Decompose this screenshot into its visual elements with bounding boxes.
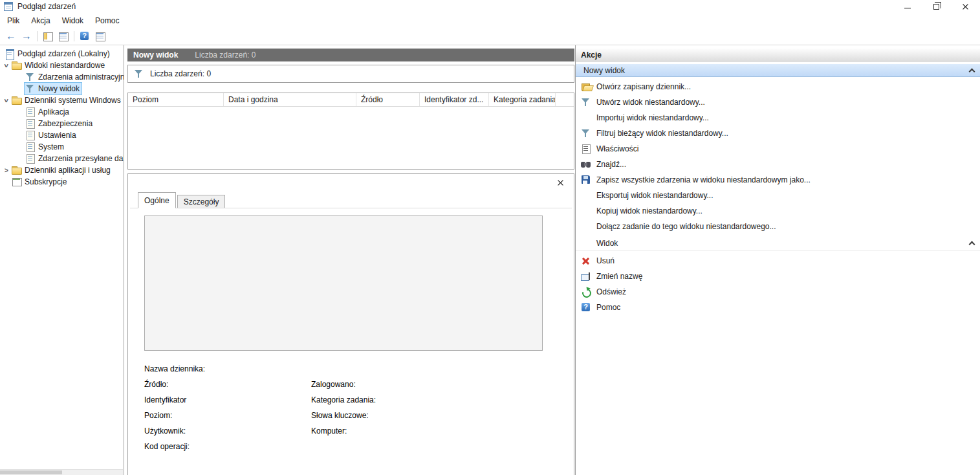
- tree-item-content[interactable]: Ustawienia: [25, 129, 78, 141]
- tree-item-content[interactable]: Widoki niestandardowe: [11, 60, 107, 71]
- preview-tab[interactable]: Ogólne: [138, 192, 176, 208]
- console-tree-icon: [43, 31, 53, 41]
- column-header[interactable]: Kategoria zadania: [489, 93, 556, 106]
- tree-item[interactable]: Zdarzenia administracyjne: [0, 71, 124, 83]
- results-header: Nowy widok Liczba zdarzeń: 0: [127, 49, 574, 61]
- action-group-header-nowy-widok[interactable]: Nowy widok: [576, 64, 980, 77]
- action-item-label: Usuń: [596, 256, 615, 265]
- field-label: Źródło:: [144, 377, 311, 392]
- action-item[interactable]: Zmień nazwę: [576, 269, 980, 284]
- action-item[interactable]: Właściwości: [576, 141, 980, 157]
- scrollbar-thumb[interactable]: [0, 470, 62, 474]
- tree-item-content[interactable]: Podgląd zdarzeń (Lokalny): [4, 48, 112, 60]
- action-item-label: Odśwież: [596, 287, 626, 296]
- action-item[interactable]: Odśwież: [576, 284, 980, 300]
- tree-item[interactable]: Zdarzenia przesyłane dale: [0, 153, 124, 164]
- tree-item-label: Zabezpieczenia: [38, 119, 93, 128]
- column-header[interactable]: Identyfikator zd...: [420, 93, 489, 106]
- toolbar-button[interactable]: [40, 29, 56, 43]
- expander-icon[interactable]: [2, 60, 11, 71]
- menu-item[interactable]: Plik: [1, 14, 25, 28]
- action-item[interactable]: Eksportuj widok niestandardowy...: [576, 188, 980, 203]
- tree-item[interactable]: Widoki niestandardowe: [0, 60, 124, 71]
- toolbar-button[interactable]: [3, 29, 19, 43]
- folder-icon: [12, 95, 22, 105]
- preview-close-button[interactable]: [555, 177, 565, 188]
- tree-item-label: Subskrypcje: [25, 177, 67, 186]
- minimize-button[interactable]: [893, 0, 922, 13]
- close-button[interactable]: [951, 0, 980, 13]
- expander-icon[interactable]: [2, 177, 11, 187]
- field-label: Kategoria zadania:: [311, 392, 518, 408]
- action-item[interactable]: Utwórz widok niestandardowy...: [576, 94, 980, 110]
- column-header[interactable]: Poziom: [128, 93, 224, 106]
- action-item[interactable]: Usuń: [576, 253, 980, 269]
- toolbar-button[interactable]: [56, 29, 71, 43]
- toolbar-button[interactable]: [77, 29, 93, 43]
- tree-item-content[interactable]: Nowy widok: [25, 83, 82, 94]
- column-header[interactable]: Data i godzina: [224, 93, 356, 106]
- tree-item-content[interactable]: Aplikacja: [25, 106, 71, 118]
- preview-pane: OgólneSzczegóły Nazwa dziennika: Źródło:…: [127, 173, 574, 475]
- sep-icon: [37, 31, 38, 41]
- tree-item[interactable]: Podgląd zdarzeń (Lokalny): [0, 48, 124, 60]
- restore-icon: [933, 4, 939, 10]
- action-item[interactable]: Importuj widok niestandardowy...: [576, 110, 980, 126]
- expander-icon[interactable]: [2, 165, 11, 175]
- save-icon: [581, 175, 591, 185]
- tree-item-content[interactable]: System: [25, 141, 66, 153]
- tree-item[interactable]: Nowy widok: [0, 83, 124, 94]
- action-item[interactable]: Pomoc: [576, 300, 980, 315]
- collapse-chevron-icon[interactable]: [969, 241, 975, 247]
- arrow-back-icon: [6, 31, 16, 41]
- tree-item[interactable]: Zabezpieczenia: [0, 118, 124, 129]
- maximize-button[interactable]: [922, 0, 951, 13]
- tree-horizontal-scrollbar[interactable]: [0, 469, 123, 475]
- binoculars-icon: [581, 159, 591, 170]
- tree-item-content[interactable]: Zdarzenia administracyjne: [25, 71, 124, 83]
- tree-item[interactable]: System: [0, 141, 124, 153]
- menu-item[interactable]: Pomoc: [89, 14, 125, 28]
- tree-item-content[interactable]: Zabezpieczenia: [25, 118, 94, 129]
- action-item[interactable]: Znajdź...: [576, 157, 980, 172]
- action-item[interactable]: Kopiuj widok niestandardowy...: [576, 203, 980, 219]
- column-header[interactable]: Źródło: [356, 93, 420, 106]
- toolbar-button[interactable]: [93, 29, 108, 43]
- action-group-header-widok[interactable]: Widok: [576, 236, 980, 251]
- rename-icon: [581, 271, 591, 282]
- action-item[interactable]: Otwórz zapisany dziennik...: [576, 79, 980, 94]
- action-item[interactable]: Dołącz zadanie do tego widoku niestandar…: [576, 219, 980, 234]
- expander-icon[interactable]: [2, 95, 11, 105]
- table-icon: [12, 177, 22, 187]
- tree-item-content[interactable]: Subskrypcje: [11, 176, 69, 188]
- help-icon: [80, 31, 90, 41]
- tree-item-label: Nowy widok: [38, 84, 80, 93]
- blank-icon: [581, 206, 591, 216]
- event-fields: Nazwa dziennika: Źródło: Zalogowano: Ide…: [144, 361, 518, 454]
- action-item[interactable]: Filtruj bieżący widok niestandardowy...: [576, 126, 980, 141]
- tree-item[interactable]: Dzienniki aplikacji i usług: [0, 164, 124, 176]
- tree-item[interactable]: Ustawienia: [0, 129, 124, 141]
- tree-item[interactable]: Subskrypcje: [0, 176, 124, 188]
- action-item-label: Utwórz widok niestandardowy...: [596, 98, 705, 107]
- action-item-label: Kopiuj widok niestandardowy...: [596, 206, 702, 215]
- tree-item[interactable]: Dzienniki systemu Windows: [0, 94, 124, 106]
- menu-item[interactable]: Widok: [56, 14, 89, 28]
- toolbar-button[interactable]: [19, 29, 34, 43]
- tree-item-label: Podgląd zdarzeń (Lokalny): [17, 49, 110, 58]
- tree-item-label: Ustawienia: [38, 131, 76, 140]
- tree-item-content[interactable]: Dzienniki aplikacji i usług: [11, 164, 113, 176]
- tree-item-content[interactable]: Dzienniki systemu Windows: [11, 94, 123, 106]
- action-item-label: Znajdź...: [596, 160, 626, 169]
- tree-item-label: Zdarzenia przesyłane dale: [38, 154, 124, 163]
- tree-item[interactable]: Aplikacja: [0, 106, 124, 118]
- preview-tab[interactable]: Szczegóły: [177, 195, 226, 208]
- action-item[interactable]: Zapisz wszystkie zdarzenia w widoku nies…: [576, 172, 980, 188]
- collapse-chevron-icon[interactable]: [969, 68, 975, 74]
- console-tree: Podgląd zdarzeń (Lokalny) Widoki niestan…: [0, 45, 124, 475]
- tree-item-content[interactable]: Zdarzenia przesyłane dale: [25, 153, 124, 164]
- filter-summary-bar[interactable]: Liczba zdarzeń: 0: [127, 65, 574, 83]
- action-item-label: Otwórz zapisany dziennik...: [596, 82, 691, 91]
- titlebar: Podgląd zdarzeń: [0, 0, 980, 13]
- menu-item[interactable]: Akcja: [25, 14, 56, 28]
